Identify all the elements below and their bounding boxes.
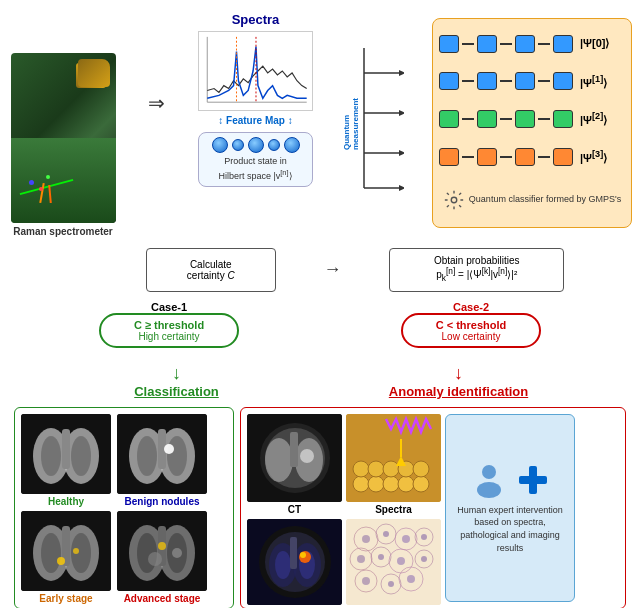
quantum-row-1: |Ψ[1]⟩ [439, 72, 625, 90]
calc-formula: certainty C [187, 270, 235, 281]
quantum-row-2: |Ψ[2]⟩ [439, 110, 625, 128]
case1-block: Case-1 C ≥ threshold High certainty [69, 301, 269, 348]
case-section: Case-1 C ≥ threshold High certainty Case… [8, 301, 632, 361]
ct-svg [247, 414, 342, 502]
q-square-c3 [553, 72, 573, 90]
circle-node-5 [284, 137, 300, 153]
svg-point-90 [421, 534, 427, 540]
svg-point-42 [148, 552, 162, 566]
q-line-7 [500, 118, 512, 120]
svg-point-60 [383, 461, 399, 477]
healthy-col: Healthy [21, 414, 111, 507]
psi-3-label: |Ψ[3]⟩ [580, 149, 607, 165]
psi-0-label: |Ψ[0]⟩ [580, 37, 609, 50]
early-col: Early stage [21, 511, 111, 604]
svg-point-56 [398, 476, 414, 492]
q-square-g2 [515, 110, 535, 128]
raman-block: Raman spectrometer [8, 8, 118, 238]
svg-point-44 [158, 542, 166, 550]
benign-lung-svg [117, 414, 207, 494]
early-lung-svg [21, 511, 111, 591]
advanced-label: Advanced stage [124, 593, 201, 604]
svg-point-88 [383, 531, 389, 537]
svg-point-55 [383, 476, 399, 492]
q-line-8 [538, 118, 550, 120]
svg-point-62 [413, 461, 429, 477]
expert-icons [471, 462, 549, 498]
svg-point-54 [368, 476, 384, 492]
top-section: Raman spectrometer ⇒ Spectra [8, 8, 632, 238]
spectra-anomaly-col: Spectra [346, 414, 441, 515]
pathology-image [346, 519, 441, 605]
calc-certainty-box: Calculate certainty C [146, 248, 276, 292]
svg-rect-20 [62, 429, 70, 469]
anomaly-grid: CT [240, 407, 626, 608]
raman-to-spectra-arrow: ⇒ [148, 91, 165, 115]
svg-point-58 [353, 461, 369, 477]
spectra-title: Spectra [232, 12, 280, 27]
q-line-4 [500, 80, 512, 82]
q-line-5 [538, 80, 550, 82]
raman-image [11, 53, 116, 223]
healthy-label: Healthy [48, 496, 84, 507]
svg-point-87 [362, 535, 370, 543]
svg-point-95 [362, 577, 370, 585]
q-square-b0 [439, 35, 459, 53]
svg-marker-13 [399, 185, 404, 191]
spectra-anomaly-image [346, 414, 441, 502]
svg-point-43 [172, 548, 182, 558]
q-line-9 [462, 156, 474, 158]
spectra-chart [198, 31, 313, 111]
case2-condition: C < threshold [417, 319, 525, 331]
q-square-g0 [439, 110, 459, 128]
healthy-image [21, 414, 111, 494]
spectra-anomaly-svg [346, 414, 441, 502]
expert-box: Human expert intervention based on spect… [445, 414, 575, 602]
image-grid-section: Healthy [8, 403, 632, 608]
svg-point-53 [353, 476, 369, 492]
svg-point-91 [357, 555, 365, 563]
svg-point-19 [71, 436, 91, 476]
psi-1-label: |Ψ[1]⟩ [580, 74, 607, 90]
classifier-block: |Ψ[0]⟩ |Ψ[1]⟩ |Ψ [432, 18, 632, 228]
quantum-measurement-block: Quantummeasurement [344, 28, 404, 218]
ct-col: CT [247, 414, 342, 515]
case1-oval: C ≥ threshold High certainty [99, 313, 239, 348]
product-state-text: Product state inHilbert space |v[n]⟩ [205, 156, 306, 182]
benign-image [117, 414, 207, 494]
medical-cross-icon [517, 464, 549, 496]
q-square-c0 [439, 72, 459, 90]
svg-point-59 [368, 461, 384, 477]
q-square-b3 [553, 35, 573, 53]
anomaly-arrow: ↓ [454, 363, 463, 384]
q-line-0 [462, 43, 474, 45]
svg-point-70 [275, 551, 291, 579]
svg-point-27 [164, 444, 174, 454]
case1-label: Case-1 [151, 301, 187, 313]
svg-point-99 [477, 482, 501, 498]
q-square-c1 [477, 72, 497, 90]
petct-svg [247, 519, 342, 605]
svg-point-48 [265, 438, 293, 482]
advanced-image [117, 511, 207, 591]
q-line-2 [538, 43, 550, 45]
q-line-6 [462, 118, 474, 120]
circle-node-1 [212, 137, 228, 153]
q-line-1 [500, 43, 512, 45]
case2-block: Case-2 C < threshold Low certainty [371, 301, 571, 348]
q-square-o2 [515, 148, 535, 166]
svg-point-89 [402, 535, 410, 543]
svg-marker-11 [399, 110, 404, 116]
spectra-anomaly-label: Spectra [375, 504, 412, 515]
product-state-circles [205, 137, 306, 153]
raman-label: Raman spectrometer [13, 226, 112, 238]
quantum-row-3: |Ψ[3]⟩ [439, 148, 625, 166]
classification-col: ↓ Classification [67, 363, 287, 399]
svg-point-25 [167, 436, 187, 476]
svg-rect-101 [519, 476, 547, 484]
petct-col: PET-CT [247, 519, 342, 608]
gear-icon [443, 189, 465, 211]
anomaly-top-row: CT [247, 414, 441, 515]
case1-condition: C ≥ threshold [115, 319, 223, 331]
quantum-measurement-label: Quantummeasurement [342, 98, 360, 150]
